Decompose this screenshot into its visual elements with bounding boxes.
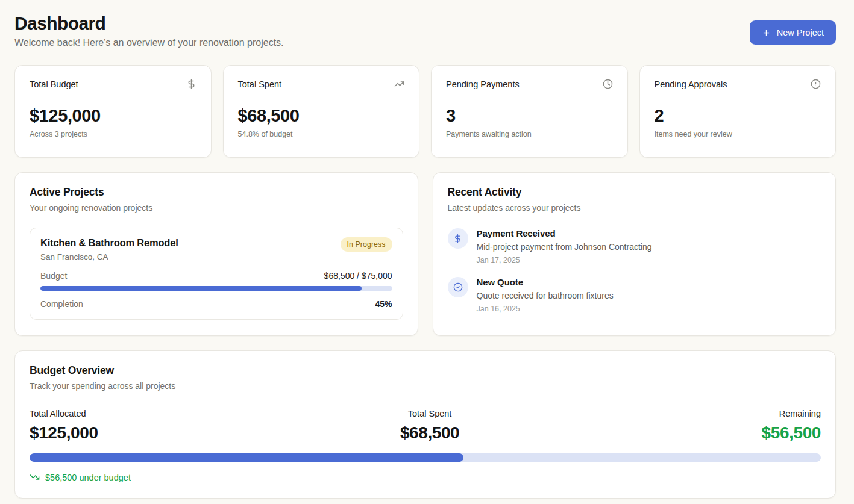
budget-overview-subtitle: Track your spending across all projects	[30, 381, 821, 391]
project-budget-progressbar	[40, 286, 392, 291]
new-project-label: New Project	[777, 28, 824, 37]
remaining-column: Remaining $56,500	[762, 409, 821, 443]
stat-card-pending-approvals: Pending Approvals 2 Items need your revi…	[639, 65, 837, 158]
stat-title: Total Spent	[238, 79, 282, 89]
active-projects-title: Active Projects	[30, 186, 403, 199]
status-badge: In Progress	[341, 237, 392, 252]
stat-caption: Across 3 projects	[30, 130, 196, 138]
budget-overview-panel: Budget Overview Track your spending acro…	[14, 350, 836, 499]
activity-description: Quote received for bathroom fixtures	[477, 291, 614, 300]
total-allocated-label: Total Allocated	[30, 409, 98, 418]
activity-date: Jan 17, 2025	[477, 256, 652, 264]
completion-label: Completion	[40, 299, 83, 309]
budget-overview-columns: Total Allocated $125,000 Total Spent $68…	[30, 409, 821, 443]
stat-card-pending-payments: Pending Payments 3 Payments awaiting act…	[431, 65, 628, 158]
budget-label: Budget	[40, 271, 67, 281]
activity-date: Jan 16, 2025	[477, 305, 614, 313]
overall-budget-progress-fill	[30, 453, 463, 462]
active-projects-subtitle: Your ongoing renovation projects	[30, 203, 403, 213]
stat-card-total-budget: Total Budget $125,000 Across 3 projects	[14, 65, 212, 158]
header-text: Dashboard Welcome back! Here's an overvi…	[14, 13, 284, 48]
stat-value: 2	[655, 106, 821, 126]
plus-icon	[762, 28, 771, 37]
clock-icon	[603, 79, 613, 89]
stat-caption: Payments awaiting action	[446, 130, 613, 138]
stat-caption: 54.8% of budget	[238, 130, 405, 138]
total-allocated-column: Total Allocated $125,000	[30, 409, 98, 443]
recent-activity-title: Recent Activity	[448, 186, 821, 199]
stat-title: Pending Payments	[446, 79, 520, 89]
stat-value: 3	[446, 106, 613, 126]
activity-description: Mid-project payment from Johnson Contrac…	[477, 242, 652, 252]
project-name: Kitchen & Bathroom Remodel	[40, 237, 178, 249]
completion-value: 45%	[375, 299, 392, 309]
page-subtitle: Welcome back! Here's an overview of your…	[14, 37, 284, 48]
recent-activity-panel: Recent Activity Latest updates across yo…	[433, 172, 837, 336]
total-spent-value: $68,500	[400, 423, 459, 443]
project-card[interactable]: Kitchen & Bathroom Remodel San Francisco…	[30, 228, 403, 320]
activity-title: Payment Received	[477, 228, 652, 238]
dollar-sign-icon	[448, 228, 468, 249]
stat-value: $125,000	[30, 106, 196, 126]
alert-circle-icon	[811, 79, 821, 89]
check-circle-icon	[448, 277, 468, 297]
page-title: Dashboard	[14, 13, 284, 34]
trending-up-icon	[394, 79, 404, 89]
activity-text: New Quote Quote received for bathroom fi…	[477, 277, 614, 313]
under-budget-text: $56,500 under budget	[45, 473, 131, 482]
stat-value: $68,500	[238, 106, 405, 126]
activity-title: New Quote	[477, 277, 614, 287]
project-head-text: Kitchen & Bathroom Remodel San Francisco…	[40, 237, 178, 261]
new-project-button[interactable]: New Project	[750, 20, 836, 45]
remaining-value: $56,500	[762, 423, 821, 443]
stat-title: Total Budget	[30, 79, 78, 89]
stat-card-total-spent: Total Spent $68,500 54.8% of budget	[223, 65, 420, 158]
remaining-label: Remaining	[762, 409, 821, 418]
stats-row: Total Budget $125,000 Across 3 projects …	[14, 65, 836, 158]
dollar-sign-icon	[186, 79, 196, 89]
total-spent-label: Total Spent	[400, 409, 459, 418]
activity-list: Payment Received Mid-project payment fro…	[448, 228, 821, 313]
overall-budget-progressbar	[30, 453, 821, 462]
stat-title: Pending Approvals	[655, 79, 727, 89]
recent-activity-subtitle: Latest updates across your projects	[448, 203, 821, 213]
activity-item: New Quote Quote received for bathroom fi…	[448, 277, 821, 313]
active-projects-panel: Active Projects Your ongoing renovation …	[14, 172, 418, 336]
project-budget-progress-fill	[40, 286, 362, 291]
trending-down-icon	[30, 472, 40, 482]
stat-caption: Items need your review	[655, 130, 821, 138]
under-budget-status: $56,500 under budget	[30, 472, 821, 482]
middle-row: Active Projects Your ongoing renovation …	[14, 172, 836, 336]
budget-value: $68,500 / $75,000	[324, 271, 392, 281]
project-location: San Francisco, CA	[40, 252, 178, 261]
total-spent-column: Total Spent $68,500	[400, 409, 459, 443]
activity-text: Payment Received Mid-project payment fro…	[477, 228, 652, 264]
budget-overview-title: Budget Overview	[30, 364, 821, 377]
total-allocated-value: $125,000	[30, 423, 98, 443]
page-header: Dashboard Welcome back! Here's an overvi…	[14, 13, 836, 48]
activity-item: Payment Received Mid-project payment fro…	[448, 228, 821, 264]
